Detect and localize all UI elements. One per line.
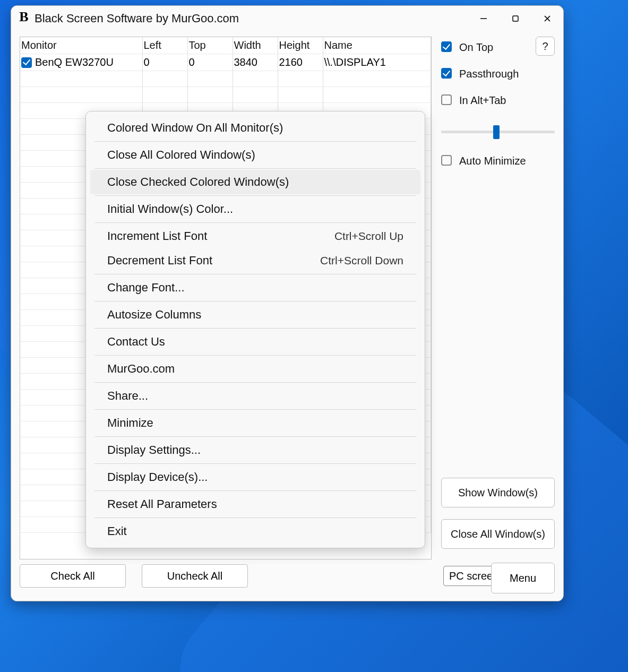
col-top[interactable]: Top (187, 37, 233, 54)
context-menu-item[interactable]: Close Checked Colored Window(s) (90, 170, 420, 194)
table-header-row: Monitor Left Top Width Height Name (20, 37, 431, 54)
minimize-icon (479, 14, 488, 23)
context-menu-separator (94, 382, 416, 383)
menu-button[interactable]: Menu (491, 563, 555, 593)
context-menu-separator (94, 301, 416, 301)
col-width[interactable]: Width (233, 37, 278, 54)
context-menu-separator (94, 490, 416, 491)
close-button[interactable] (531, 6, 563, 31)
show-windows-button[interactable]: Show Window(s) (441, 478, 555, 507)
context-menu-separator (94, 274, 416, 274)
on-top-label: On Top (459, 41, 493, 54)
svg-rect-1 (513, 16, 518, 21)
context-menu-separator (94, 518, 416, 518)
in-alt-tab-checkbox[interactable] (441, 94, 452, 105)
passthrough-checkbox[interactable] (441, 68, 452, 79)
context-menu-item-shortcut: Ctrl+Scroll Down (320, 254, 403, 267)
context-menu-item-label: Increment List Font (107, 229, 207, 243)
context-menu-item[interactable]: Share... (90, 384, 420, 408)
context-menu-item[interactable]: MurGoo.com (90, 357, 420, 381)
context-menu-separator (94, 463, 416, 464)
context-menu-item-label: Share... (107, 389, 148, 403)
context-menu-item-label: Colored Window On All Monitor(s) (107, 121, 283, 135)
auto-minimize-checkbox[interactable] (441, 155, 452, 166)
row-checkbox[interactable] (21, 57, 32, 68)
uncheck-all-button[interactable]: Uncheck All (142, 564, 248, 588)
context-menu-item[interactable]: Contact Us (90, 330, 420, 354)
cell-name: \\.\DISPLAY1 (323, 54, 431, 71)
context-menu-item-label: Exit (107, 524, 127, 538)
options-panel: ? On Top Passthrough In Alt+Tab Auto Min… (441, 37, 555, 559)
context-menu-item-label: Close All Colored Window(s) (107, 148, 255, 162)
opacity-slider[interactable] (441, 124, 555, 140)
context-menu-separator (94, 195, 416, 196)
titlebar[interactable]: B Black Screen Software by MurGoo.com (11, 6, 563, 31)
context-menu-item[interactable]: Display Device(s)... (90, 465, 420, 489)
col-left[interactable]: Left (142, 37, 187, 54)
context-menu-item[interactable]: Reset All Parameters (90, 492, 420, 516)
context-menu-item-label: Contact Us (107, 335, 165, 349)
context-menu-item[interactable]: Display Settings... (90, 438, 420, 462)
context-menu-item-label: Display Device(s)... (107, 470, 208, 484)
context-menu-item-label: Minimize (107, 416, 153, 430)
context-menu-separator (94, 436, 416, 437)
cell-width: 3840 (233, 54, 278, 71)
context-menu-separator (94, 168, 416, 169)
col-monitor[interactable]: Monitor (20, 37, 142, 54)
context-menu-item[interactable]: Exit (90, 519, 420, 544)
context-menu-item[interactable]: Close All Colored Window(s) (90, 143, 420, 167)
col-height[interactable]: Height (278, 37, 323, 54)
context-menu-separator (94, 328, 416, 329)
slider-thumb[interactable] (493, 125, 500, 139)
context-menu-item[interactable]: Autosize Columns (90, 303, 420, 327)
context-menu-item[interactable]: Change Font... (90, 275, 420, 300)
context-menu-separator (94, 222, 416, 223)
app-logo-icon: B (16, 11, 31, 26)
help-button[interactable]: ? (536, 37, 555, 56)
context-menu-item-shortcut: Ctrl+Scroll Up (334, 230, 403, 243)
context-menu-item-label: MurGoo.com (107, 362, 175, 376)
cell-left: 0 (142, 54, 187, 71)
maximize-icon (511, 14, 520, 23)
in-alt-tab-label: In Alt+Tab (459, 94, 506, 107)
context-menu-item[interactable]: Minimize (90, 411, 420, 435)
context-menu-item[interactable]: Increment List FontCtrl+Scroll Up (90, 224, 420, 248)
context-menu: Colored Window On All Monitor(s)Close Al… (85, 111, 425, 548)
context-menu-separator (94, 409, 416, 410)
auto-minimize-label: Auto Minimize (459, 155, 526, 167)
table-row[interactable]: BenQ EW3270U 0 0 3840 2160 \\.\DISPLAY1 (20, 54, 431, 71)
context-menu-item-label: Initial Window(s) Color... (107, 202, 233, 216)
footer-bar: Check All Uncheck All PC screen only ▾ (11, 559, 563, 601)
context-menu-separator (94, 355, 416, 356)
close-icon (543, 14, 552, 23)
context-menu-item-label: Change Font... (107, 281, 185, 295)
on-top-checkbox[interactable] (441, 41, 452, 52)
cell-top: 0 (187, 54, 233, 71)
maximize-button[interactable] (500, 6, 531, 31)
app-window: B Black Screen Software by MurGoo.com M (11, 5, 564, 601)
cell-height: 2160 (278, 54, 323, 71)
check-all-button[interactable]: Check All (20, 564, 126, 588)
cell-monitor: BenQ EW3270U (35, 56, 114, 68)
context-menu-item[interactable]: Decrement List FontCtrl+Scroll Down (90, 248, 420, 273)
context-menu-item[interactable]: Colored Window On All Monitor(s) (90, 116, 420, 140)
close-all-windows-button[interactable]: Close All Window(s) (441, 519, 555, 549)
context-menu-item-label: Display Settings... (107, 443, 201, 457)
app-title: Black Screen Software by MurGoo.com (35, 12, 468, 25)
col-name[interactable]: Name (323, 37, 431, 54)
passthrough-label: Passthrough (459, 68, 519, 80)
context-menu-item-label: Close Checked Colored Window(s) (107, 175, 289, 189)
context-menu-separator (94, 141, 416, 142)
context-menu-item-label: Decrement List Font (107, 254, 212, 268)
minimize-button[interactable] (468, 6, 500, 31)
context-menu-item-label: Autosize Columns (107, 308, 201, 322)
context-menu-item[interactable]: Initial Window(s) Color... (90, 197, 420, 221)
context-menu-item-label: Reset All Parameters (107, 497, 217, 511)
